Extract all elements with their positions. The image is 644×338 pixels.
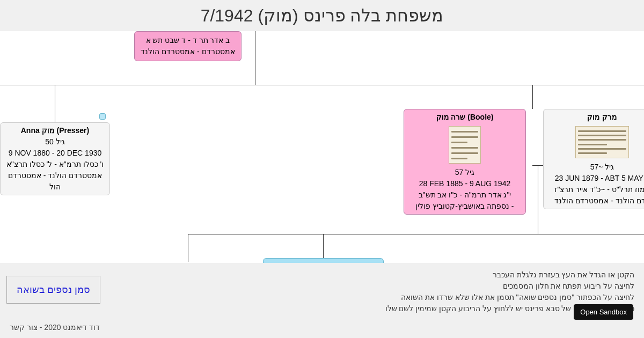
node-dates: 23 JUN 1879 - ABT 5 MAY 1 bbox=[548, 173, 644, 184]
tree-connector bbox=[255, 31, 255, 50]
tree-connector bbox=[255, 50, 255, 85]
node-age: גיל 57 bbox=[408, 167, 521, 178]
node-name: Anna מוק (Presser) bbox=[5, 125, 105, 136]
page-title: משפחת בלה פרינס (מוק) 7/1942 bbox=[0, 0, 644, 31]
contact-link[interactable]: צור קשר bbox=[10, 323, 38, 332]
document-thumbnail bbox=[449, 126, 481, 164]
bottom-panel: סמן נספים בשואה הקטן או הגדל את העץ בעזר… bbox=[0, 263, 644, 338]
hint-text: הקטן או הגדל את העץ בעזרת גלגלת העכבר לח… bbox=[10, 269, 634, 314]
expand-chip[interactable] bbox=[99, 113, 106, 120]
tree-connector bbox=[188, 234, 188, 262]
node-location: אמסטרדם - אמסטרדם הולנד bbox=[137, 46, 239, 57]
node-dates: 9 NOV 1880 - 20 DEC 1930 bbox=[5, 148, 105, 159]
node-location: נספתה באושביץ-קטוביץ פולין - bbox=[408, 201, 521, 212]
person-node-marek[interactable]: מרק מוק גיל ~57 23 JUN 1879 - ABT 5 MAY … bbox=[543, 109, 644, 209]
node-hebrew-dates: ב אדר תר ד - ד שבט תש א bbox=[137, 35, 239, 46]
tree-connector bbox=[0, 85, 644, 85]
node-age: גיל 50 bbox=[5, 136, 105, 148]
node-hebrew-dates: תמוז תרל"ט - ~כ"ד אייר תרצ"ז bbox=[548, 184, 644, 195]
node-name: שרה מוק (Boole) bbox=[408, 112, 521, 123]
person-node-anna[interactable]: Anna מוק (Presser) גיל 50 9 NOV 1880 - 2… bbox=[0, 122, 110, 195]
footer-credit: דוד דיאמנט 2020 - צור קשר bbox=[10, 323, 100, 332]
node-location: רדם הולנד - אמסטרדם הולנד bbox=[548, 195, 644, 207]
tree-connector bbox=[188, 234, 644, 234]
tree-connector bbox=[538, 165, 538, 234]
person-node-sarah[interactable]: שרה מוק (Boole) גיל 57 28 FEB 1885 - 9 A… bbox=[404, 109, 526, 215]
node-dates: 28 FEB 1885 - 9 AUG 1942 bbox=[408, 178, 521, 189]
tree-connector bbox=[323, 234, 324, 259]
node-name: מרק מוק bbox=[548, 112, 644, 123]
node-location: אמסטרדם הולנד - אמסטרדם הול bbox=[5, 170, 105, 193]
node-hebrew-dates: ו' כסלו תרמ"א - ל' כסלו תרצ"א bbox=[5, 159, 105, 170]
mark-holocaust-button[interactable]: סמן נספים בשואה bbox=[6, 276, 100, 304]
ancestor-node[interactable]: ב אדר תר ד - ד שבט תש א אמסטרדם - אמסטרד… bbox=[134, 31, 241, 61]
node-age: גיל ~57 bbox=[548, 161, 644, 173]
tree-connector bbox=[532, 85, 533, 109]
open-sandbox-button[interactable]: Open Sandbox bbox=[574, 304, 633, 320]
node-hebrew-dates: י"ג אדר תרמ"ה - כ"ו אב תש"ב bbox=[408, 189, 521, 201]
document-thumbnail bbox=[575, 126, 629, 158]
tree-connector bbox=[55, 85, 55, 122]
tree-canvas[interactable]: ב אדר תר ד - ד שבט תש א אמסטרדם - אמסטרד… bbox=[0, 31, 644, 262]
